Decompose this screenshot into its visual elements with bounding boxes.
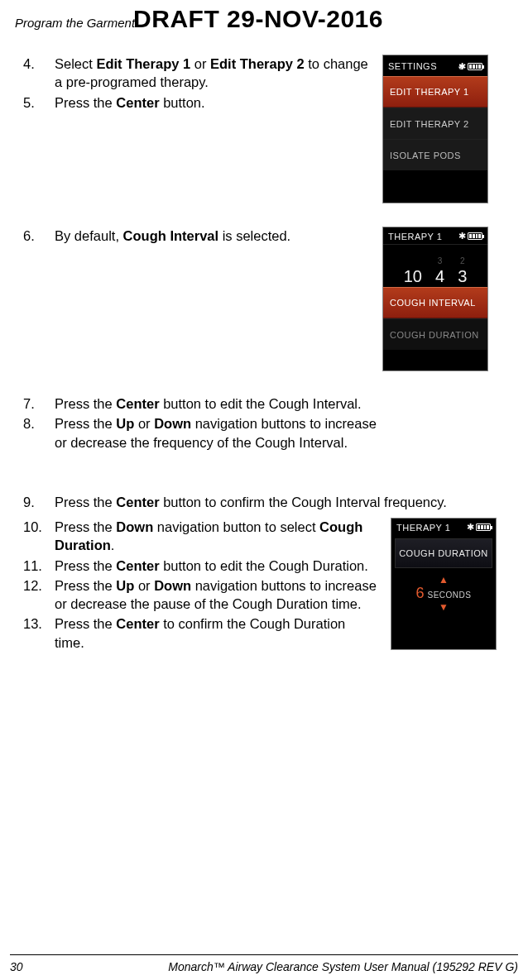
cough-duration-label: COUGH DURATION — [395, 538, 492, 568]
menu-isolate-pods: ISOLATE PODS — [383, 139, 487, 170]
footer-rule — [10, 954, 518, 955]
step-6: 6. By default, Cough Interval is selecte… — [22, 227, 369, 245]
bluetooth-icon: ✱ — [467, 522, 475, 533]
screen-title: THERAPY 1 — [396, 523, 450, 533]
step-12: 12. Press the Up or Down navigation butt… — [22, 576, 377, 614]
step-9: 9. Press the Center button to confirm th… — [22, 493, 513, 511]
step-8: 8. Press the Up or Down navigation butto… — [22, 414, 386, 452]
page-number: 30 — [10, 960, 23, 973]
therapy1-interval-screen: THERAPY 1 ✱ 10 34 23 COUGH INTERVAL COUG… — [382, 227, 488, 371]
chapter-title: Program the Garment — [15, 16, 135, 30]
battery-icon — [468, 63, 482, 70]
screen-title: THERAPY 1 — [388, 232, 442, 241]
menu-edit-therapy-2: EDIT THERAPY 2 — [383, 108, 487, 139]
therapy1-duration-screen: THERAPY 1 ✱ COUGH DURATION ▲ 6 SECONDS ▼ — [391, 518, 497, 650]
menu-cough-duration: COUGH DURATION — [383, 318, 487, 350]
step-4: 4. Select Edit Therapy 1 or Edit Therapy… — [22, 55, 369, 92]
chevron-down-icon: ▼ — [439, 602, 449, 612]
step-11: 11. Press the Center button to edit the … — [22, 557, 377, 575]
battery-icon — [468, 232, 482, 240]
settings-screen: SETTINGS ๏︎ ✱ EDIT THERAPY 1 EDIT THERAP… — [382, 55, 488, 203]
draft-stamp: DRAFT 29-NOV-2016 — [133, 5, 383, 33]
value-wheel: 10 34 23 — [383, 244, 487, 287]
step-5: 5. Press the Center button. — [22, 93, 369, 112]
bluetooth-icon: ✱ — [458, 231, 467, 241]
battery-icon — [476, 523, 491, 531]
menu-edit-therapy-1: EDIT THERAPY 1 — [383, 76, 487, 108]
step-7: 7. Press the Center button to edit the C… — [22, 394, 386, 413]
menu-cough-interval: COUGH INTERVAL — [383, 287, 487, 318]
screen-title: SETTINGS — [388, 61, 437, 71]
cough-duration-value: 6 SECONDS — [416, 585, 472, 602]
step-10: 10. Press the Down navigation button to … — [22, 518, 377, 555]
chevron-up-icon: ▲ — [439, 575, 449, 585]
step-13: 13. Press the Center to confirm the Coug… — [22, 614, 377, 652]
bluetooth-icon: ✱ — [458, 61, 467, 72]
footer-text: Monarch™ Airway Clearance System User Ma… — [23, 960, 518, 973]
